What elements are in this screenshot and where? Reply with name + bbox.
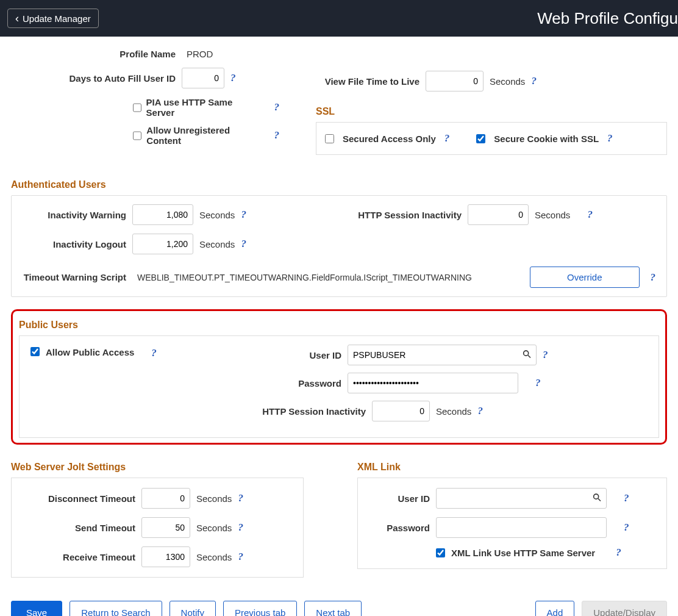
help-icon[interactable]: ? bbox=[624, 521, 629, 534]
xml-user-label: User ID bbox=[369, 493, 430, 504]
svg-point-2 bbox=[594, 494, 599, 499]
jolt-recv-label: Receive Timeout bbox=[23, 552, 135, 562]
xml-user-input[interactable] bbox=[436, 488, 607, 509]
seconds-unit: Seconds bbox=[199, 239, 235, 249]
update-display-button[interactable]: Update/Display bbox=[582, 601, 667, 616]
help-icon[interactable]: ? bbox=[238, 521, 243, 534]
notify-button[interactable]: Notify bbox=[170, 601, 216, 616]
public-user-label: User ID bbox=[250, 350, 341, 360]
save-button[interactable]: Save bbox=[11, 601, 62, 616]
help-icon[interactable]: ? bbox=[241, 209, 246, 221]
jolt-recv-input[interactable] bbox=[141, 546, 190, 567]
back-button[interactable]: ‹ Update Manager bbox=[7, 9, 99, 28]
search-icon[interactable] bbox=[522, 349, 532, 361]
jolt-disc-input[interactable] bbox=[141, 488, 190, 509]
seconds-unit: Seconds bbox=[199, 210, 235, 220]
help-icon[interactable]: ? bbox=[535, 377, 541, 389]
days-autofill-label: Days to Auto Fill User ID bbox=[11, 73, 176, 84]
help-icon[interactable]: ? bbox=[587, 209, 593, 221]
seconds-unit: Seconds bbox=[196, 552, 232, 562]
xml-same-server-checkbox[interactable] bbox=[436, 548, 445, 557]
help-icon[interactable]: ? bbox=[151, 347, 157, 359]
help-icon[interactable]: ? bbox=[624, 492, 629, 504]
allow-unreg-label: Allow Unregistered Content bbox=[146, 125, 262, 146]
jolt-disc-label: Disconnect Timeout bbox=[23, 493, 135, 504]
secured-access-label: Secured Access Only bbox=[343, 134, 436, 144]
help-icon[interactable]: ? bbox=[616, 546, 621, 559]
public-box: Allow Public Access ? User ID ? bbox=[19, 335, 659, 438]
return-button[interactable]: Return to Search bbox=[70, 601, 162, 616]
secure-cookie-label: Secure Cookie with SSL bbox=[494, 134, 599, 144]
seconds-unit: Seconds bbox=[196, 493, 232, 504]
help-icon[interactable]: ? bbox=[444, 132, 450, 145]
inactivity-warn-input[interactable] bbox=[132, 204, 193, 225]
jolt-send-input[interactable] bbox=[141, 517, 190, 538]
page-title: Web Profile Configu bbox=[537, 9, 678, 28]
help-icon[interactable]: ? bbox=[241, 238, 246, 250]
svg-point-0 bbox=[524, 351, 529, 356]
help-icon[interactable]: ? bbox=[543, 349, 548, 361]
bottom-toolbar: Save Return to Search Notify Previous ta… bbox=[11, 596, 667, 616]
header-bar: ‹ Update Manager Web Profile Configu bbox=[0, 0, 678, 37]
auth-title: Authenticated Users bbox=[11, 179, 667, 190]
xml-box: User ID ? Password ? XML L bbox=[357, 478, 667, 569]
jolt-box: Disconnect Timeout Seconds ? Send Timeou… bbox=[11, 478, 304, 578]
add-button[interactable]: Add bbox=[535, 601, 575, 616]
auth-http-label: HTTP Session Inactivity bbox=[340, 210, 462, 220]
seconds-unit: Seconds bbox=[535, 210, 570, 220]
public-pwd-label: Password bbox=[250, 378, 341, 389]
seconds-unit: Seconds bbox=[196, 523, 232, 533]
prev-tab-button[interactable]: Previous tab bbox=[223, 601, 297, 616]
next-tab-button[interactable]: Next tab bbox=[304, 601, 362, 616]
help-icon[interactable]: ? bbox=[477, 405, 483, 417]
svg-line-3 bbox=[598, 499, 601, 501]
seconds-unit: Seconds bbox=[436, 406, 471, 417]
secure-cookie-checkbox[interactable] bbox=[476, 134, 485, 143]
xml-title: XML Link bbox=[357, 462, 667, 473]
chevron-left-icon: ‹ bbox=[15, 13, 19, 24]
auth-box: Inactivity Warning Seconds ? Inactivity … bbox=[11, 195, 667, 297]
allow-unreg-checkbox[interactable] bbox=[133, 131, 141, 140]
help-icon[interactable]: ? bbox=[651, 271, 656, 284]
jolt-title: Web Server Jolt Settings bbox=[11, 462, 321, 473]
public-user-input[interactable] bbox=[348, 345, 537, 365]
public-title: Public Users bbox=[19, 320, 659, 331]
public-http-label: HTTP Session Inactivity bbox=[250, 406, 366, 417]
ssl-title: SSL bbox=[316, 106, 667, 117]
help-icon[interactable]: ? bbox=[230, 72, 236, 84]
days-autofill-input[interactable] bbox=[182, 68, 224, 88]
search-icon[interactable] bbox=[592, 493, 602, 504]
inactivity-logout-input[interactable] bbox=[132, 234, 193, 254]
help-icon[interactable]: ? bbox=[274, 129, 280, 141]
viewfile-input[interactable] bbox=[426, 71, 484, 91]
profile-name-value: PROD bbox=[182, 49, 213, 59]
help-icon[interactable]: ? bbox=[238, 551, 243, 563]
timeout-script-value: WEBLIB_TIMEOUT.PT_TIMEOUTWARNING.FieldFo… bbox=[137, 273, 519, 282]
public-highlight: Public Users Allow Public Access ? User … bbox=[11, 309, 667, 445]
help-icon[interactable]: ? bbox=[531, 75, 537, 87]
public-pwd-input[interactable] bbox=[348, 373, 518, 393]
xml-pwd-label: Password bbox=[369, 523, 430, 533]
xml-pwd-input[interactable] bbox=[436, 517, 607, 538]
pia-same-server-label: PIA use HTTP Same Server bbox=[146, 97, 252, 118]
auth-http-input[interactable] bbox=[468, 204, 529, 225]
allow-public-label: Allow Public Access bbox=[46, 347, 134, 357]
pia-same-server-checkbox[interactable] bbox=[133, 103, 141, 112]
help-icon[interactable]: ? bbox=[238, 492, 243, 504]
help-icon[interactable]: ? bbox=[274, 101, 280, 113]
viewfile-label: View File Time to Live bbox=[316, 76, 419, 87]
secured-access-checkbox[interactable] bbox=[325, 134, 334, 143]
profile-name-label: Profile Name bbox=[11, 49, 176, 59]
public-http-input[interactable] bbox=[372, 401, 430, 421]
jolt-send-label: Send Timeout bbox=[23, 523, 135, 533]
xml-same-server-label: XML Link Use HTTP Same Server bbox=[451, 548, 595, 558]
ssl-box: Secured Access Only ? Secure Cookie with… bbox=[316, 122, 667, 155]
override-button[interactable]: Override bbox=[530, 267, 640, 288]
timeout-script-label: Timeout Warning Script bbox=[23, 271, 126, 284]
allow-public-checkbox[interactable] bbox=[30, 347, 40, 356]
inactivity-logout-label: Inactivity Logout bbox=[23, 239, 126, 249]
inactivity-warn-label: Inactivity Warning bbox=[23, 210, 126, 220]
seconds-unit: Seconds bbox=[490, 76, 525, 87]
svg-line-1 bbox=[528, 356, 530, 358]
help-icon[interactable]: ? bbox=[607, 132, 613, 145]
